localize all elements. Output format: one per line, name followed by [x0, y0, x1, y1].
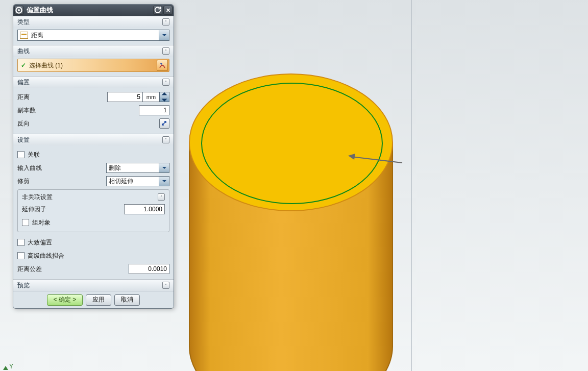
nonassoc-frame: 非关联设置 ˄ 延伸因子 组对象: [17, 189, 169, 232]
axis-y-label: Y: [9, 363, 13, 370]
trim-label: 修剪: [17, 177, 74, 186]
section-offset-title: 偏置: [17, 78, 30, 87]
input-curve-label: 输入曲线: [17, 164, 74, 172]
trim-select[interactable]: 相切延伸: [106, 176, 169, 186]
distance-label: 距离: [17, 93, 74, 102]
assoc-label: 关联: [28, 151, 40, 158]
cylinder-model: [189, 73, 393, 344]
section-type: 类型 ˄ 距离: [13, 16, 174, 45]
svg-marker-3: [348, 154, 355, 160]
type-select[interactable]: 距离: [17, 30, 169, 41]
direction-arrow-icon[interactable]: [346, 147, 412, 168]
curve-rule-icon[interactable]: [157, 60, 168, 71]
adv-fit-label: 高级曲线拟合: [28, 252, 64, 259]
chevron-down-icon: ˅: [162, 282, 169, 289]
section-preview-title: 预览: [17, 281, 30, 290]
group-checkbox[interactable]: 组对象: [22, 218, 51, 227]
ext-factor-label: 延伸因子: [22, 205, 78, 214]
axis-marker: Y: [3, 363, 13, 370]
axis-triangle-icon: [3, 366, 8, 370]
chevron-up-icon: ˄: [162, 79, 169, 86]
section-curve-title: 曲线: [17, 47, 30, 56]
chevron-up-icon: ˄: [158, 193, 165, 201]
distance-stepper-icon[interactable]: [159, 92, 169, 102]
input-curve-value: 删除: [109, 164, 159, 172]
section-curve-header[interactable]: 曲线 ˄: [13, 45, 174, 57]
viewport-divider: [411, 0, 412, 371]
distance-unit: mm: [143, 92, 159, 102]
input-curve-select[interactable]: 删除: [106, 163, 169, 173]
group-label: 组对象: [32, 219, 51, 226]
dialog-title: 偏置曲线: [23, 6, 153, 15]
gear-icon[interactable]: [14, 6, 23, 15]
section-settings-header[interactable]: 设置 ˄: [13, 134, 174, 145]
rough-label: 大致偏置: [28, 239, 52, 246]
button-row: < 确定 > 应用 取消: [13, 291, 174, 308]
svg-line-2: [351, 157, 402, 163]
copies-input[interactable]: [139, 105, 169, 115]
chevron-up-icon: ˄: [162, 47, 169, 55]
section-settings-title: 设置: [17, 136, 30, 144]
section-type-header[interactable]: 类型 ˄: [13, 16, 174, 28]
cancel-button[interactable]: 取消: [114, 294, 140, 306]
section-preview-header[interactable]: 预览 ˅: [13, 280, 174, 291]
select-curve-row[interactable]: ✓ 选择曲线 (1): [17, 59, 169, 72]
tol-input[interactable]: [129, 264, 169, 274]
svg-point-1: [18, 9, 20, 11]
section-offset: 偏置 ˄ 距离 mm 副本数 反向: [13, 76, 174, 134]
ext-factor-input[interactable]: [124, 204, 165, 214]
assoc-checkbox[interactable]: 关联: [17, 151, 40, 159]
offset-preview-curve: [201, 83, 383, 204]
distance-icon: [20, 32, 28, 39]
chevron-up-icon: ˄: [162, 136, 169, 143]
reset-icon[interactable]: [153, 6, 162, 15]
close-icon[interactable]: ✕: [163, 6, 173, 15]
copies-label: 副本数: [17, 106, 74, 115]
dropdown-icon[interactable]: [159, 30, 169, 40]
adv-fit-checkbox[interactable]: 高级曲线拟合: [17, 252, 64, 260]
distance-input[interactable]: [107, 92, 143, 102]
dropdown-icon[interactable]: [159, 163, 169, 172]
select-curve-label: 选择曲线 (1): [29, 61, 63, 70]
section-preview: 预览 ˅: [13, 279, 174, 291]
tol-label: 距离公差: [17, 265, 74, 274]
viewport-3d[interactable]: [184, 7, 403, 359]
offset-curve-dialog: 偏置曲线 ✕ 类型 ˄ 距离 曲线 ˄ ✓: [13, 4, 174, 309]
ok-button[interactable]: < 确定 >: [47, 294, 83, 306]
reverse-direction-icon[interactable]: [159, 118, 169, 129]
checkmark-icon: ✓: [21, 62, 26, 69]
section-settings: 设置 ˄ 关联 输入曲线 删除 修剪: [13, 134, 174, 279]
apply-button[interactable]: 应用: [86, 294, 111, 306]
section-type-title: 类型: [17, 18, 30, 27]
titlebar: 偏置曲线 ✕: [13, 5, 174, 16]
nonassoc-title: 非关联设置: [22, 193, 53, 202]
type-select-value: 距离: [31, 31, 159, 40]
reverse-label: 反向: [17, 119, 74, 128]
section-curve: 曲线 ˄ ✓ 选择曲线 (1): [13, 45, 174, 76]
section-offset-header[interactable]: 偏置 ˄: [13, 77, 174, 88]
dropdown-icon[interactable]: [159, 177, 169, 186]
chevron-up-icon: ˄: [162, 18, 169, 26]
trim-value: 相切延伸: [109, 177, 159, 186]
rough-checkbox[interactable]: 大致偏置: [17, 238, 52, 247]
